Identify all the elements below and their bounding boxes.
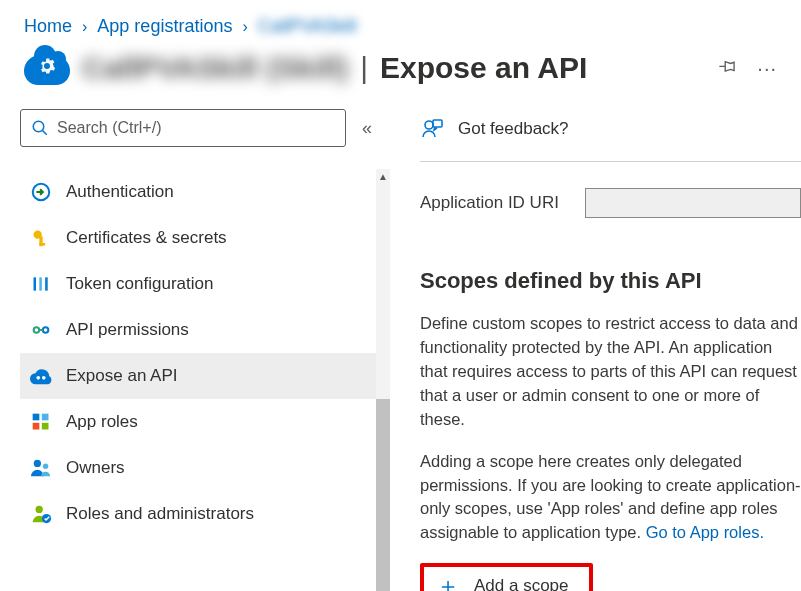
svg-rect-8	[45, 277, 47, 290]
expose-api-icon	[30, 365, 52, 387]
sidebar-item-certificates[interactable]: Certificates & secrets	[20, 215, 390, 261]
sidebar-item-label: App roles	[66, 412, 138, 432]
add-scope-button[interactable]: ＋ Add a scope	[420, 563, 593, 591]
svg-point-13	[42, 376, 46, 380]
svg-point-19	[43, 463, 48, 468]
plus-icon: ＋	[436, 574, 460, 591]
svg-point-10	[43, 327, 49, 333]
svg-point-12	[36, 376, 40, 380]
roles-admins-icon	[30, 503, 52, 525]
sidebar: « Authentication Certificates & secrets …	[0, 109, 390, 580]
chevron-right-icon: ›	[82, 18, 87, 36]
chevron-right-icon: ›	[242, 18, 247, 36]
page-header: CallPVASkill (Skill) | Expose an API ···	[0, 51, 801, 109]
token-config-icon	[30, 273, 52, 295]
scroll-up-arrow-icon[interactable]: ▲	[376, 169, 390, 183]
svg-point-0	[33, 121, 44, 132]
feedback-label: Got feedback?	[458, 119, 569, 139]
feedback-icon	[420, 117, 444, 141]
sidebar-item-expose-api[interactable]: Expose an API	[20, 353, 390, 399]
application-id-uri-input[interactable]	[585, 188, 801, 218]
divider	[420, 161, 801, 162]
pin-icon[interactable]	[717, 57, 737, 80]
sidebar-item-label: API permissions	[66, 320, 189, 340]
breadcrumb-home[interactable]: Home	[24, 16, 72, 37]
svg-point-18	[34, 460, 41, 467]
svg-rect-14	[33, 414, 40, 421]
app-roles-icon	[30, 411, 52, 433]
breadcrumb: Home › App registrations › CallPVASkill	[0, 0, 801, 51]
scrollbar-thumb[interactable]	[376, 399, 390, 591]
sidebar-item-token-config[interactable]: Token configuration	[20, 261, 390, 307]
more-icon[interactable]: ···	[757, 57, 777, 80]
search-input[interactable]	[57, 119, 335, 137]
key-icon	[30, 227, 52, 249]
svg-rect-15	[42, 414, 49, 421]
sidebar-item-label: Owners	[66, 458, 125, 478]
go-to-app-roles-link[interactable]: Go to App roles.	[646, 523, 764, 541]
svg-point-20	[36, 506, 43, 513]
sidebar-item-label: Authentication	[66, 182, 174, 202]
sidebar-item-owners[interactable]: Owners	[20, 445, 390, 491]
owners-icon	[30, 457, 52, 479]
svg-line-1	[43, 131, 47, 135]
svg-point-22	[425, 121, 433, 129]
feedback-link[interactable]: Got feedback?	[420, 109, 801, 149]
sidebar-item-roles-admins[interactable]: Roles and administrators	[20, 491, 390, 537]
page-title: Expose an API	[380, 51, 587, 85]
sidebar-item-api-permissions[interactable]: API permissions	[20, 307, 390, 353]
sidebar-scrollbar[interactable]: ▲	[376, 169, 390, 580]
collapse-sidebar-icon[interactable]: «	[362, 118, 372, 139]
title-separator: |	[360, 51, 368, 85]
svg-rect-16	[33, 423, 40, 430]
sidebar-nav: Authentication Certificates & secrets To…	[20, 169, 390, 537]
breadcrumb-app-name[interactable]: CallPVASkill	[258, 16, 357, 37]
application-id-uri-row: Application ID URI	[420, 188, 801, 218]
scopes-description-2: Adding a scope here creates only delegat…	[420, 450, 801, 546]
scopes-heading: Scopes defined by this API	[420, 268, 801, 294]
main-panel: Got feedback? Application ID URI Scopes …	[390, 109, 801, 580]
svg-rect-23	[433, 120, 442, 127]
sidebar-item-app-roles[interactable]: App roles	[20, 399, 390, 445]
breadcrumb-app-registrations[interactable]: App registrations	[97, 16, 232, 37]
svg-rect-6	[34, 277, 37, 290]
cloud-app-icon	[24, 51, 70, 85]
svg-rect-7	[39, 277, 42, 290]
application-id-uri-label: Application ID URI	[420, 193, 559, 213]
api-permissions-icon	[30, 319, 52, 341]
scopes-description-1: Define custom scopes to restrict access …	[420, 312, 801, 432]
add-scope-label: Add a scope	[474, 576, 569, 591]
svg-rect-5	[39, 243, 45, 246]
sidebar-item-label: Expose an API	[66, 366, 178, 386]
search-input-wrapper[interactable]	[20, 109, 346, 147]
sidebar-item-label: Token configuration	[66, 274, 213, 294]
svg-rect-17	[42, 423, 49, 430]
sidebar-item-label: Roles and administrators	[66, 504, 254, 524]
search-icon	[31, 119, 49, 137]
sidebar-item-label: Certificates & secrets	[66, 228, 227, 248]
svg-point-9	[34, 327, 40, 333]
app-name-title: CallPVASkill (Skill)	[82, 53, 348, 83]
authentication-icon	[30, 181, 52, 203]
sidebar-item-authentication[interactable]: Authentication	[20, 169, 390, 215]
